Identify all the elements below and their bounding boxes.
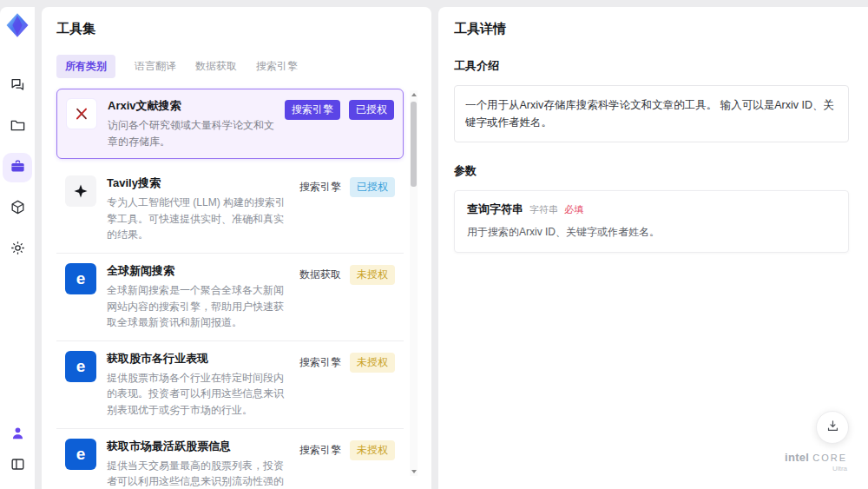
parameter-card: 查询字符串 字符串 必填 用于搜索的Arxiv ID、关键字或作者姓名。 <box>454 190 849 253</box>
param-type: 字符串 <box>529 203 558 216</box>
list-scrollbar <box>410 90 418 476</box>
user-icon <box>10 425 26 445</box>
sidebar-bottom <box>6 423 29 477</box>
tool-description: 全球新闻搜索是一个聚合全球各大新闻网站内容的搜索引擎，帮助用户快速获取全球最新资… <box>107 282 289 331</box>
sidebar-item-chat[interactable] <box>6 75 29 97</box>
tab-search-engine[interactable]: 搜索引擎 <box>256 55 298 78</box>
auth-status-badge: 未授权 <box>350 265 395 285</box>
user-avatar-button[interactable] <box>6 423 29 446</box>
sidebar-item-settings[interactable] <box>6 238 29 261</box>
panel-toggle-icon <box>10 456 26 476</box>
toolbox-icon <box>10 158 26 178</box>
category-badge: 搜索引擎 <box>285 100 340 120</box>
param-description: 用于搜索的Arxiv ID、关键字或作者姓名。 <box>467 225 836 240</box>
category-label: 搜索引擎 <box>299 353 341 370</box>
params-heading: 参数 <box>454 163 849 179</box>
tool-list: Arxiv文献搜索 访问各个研究领域大量科学论文和文章的存储库。 搜索引擎 已授… <box>56 89 418 471</box>
tool-description: 访问各个研究领域大量科学论文和文章的存储库。 <box>108 117 274 149</box>
tool-name: Tavily搜索 <box>107 175 289 191</box>
tool-card-global-news[interactable]: e 全球新闻搜索 全球新闻搜索是一个聚合全球各大新闻网站内容的搜索引擎，帮助用户… <box>56 253 404 340</box>
intro-heading: 工具介绍 <box>454 58 849 74</box>
auth-status-badge: 已授权 <box>349 100 394 120</box>
download-icon <box>825 419 840 437</box>
core-logo-text: CORE <box>812 453 847 463</box>
tool-name: 获取市场最活跃股票信息 <box>107 439 289 454</box>
tool-card-tavily[interactable]: Tavily搜索 专为人工智能代理 (LLM) 构建的搜索引擎工具。可快速提供实… <box>56 166 404 253</box>
auth-status-badge: 未授权 <box>350 440 395 460</box>
tool-card-most-active-stocks[interactable]: e 获取市场最活跃股票信息 提供当天交易量最高的股票列表，投资者可以利用这些信息… <box>56 428 404 489</box>
cube-icon <box>10 199 26 219</box>
tool-name: Arxiv文献搜索 <box>108 98 274 114</box>
star-icon <box>65 175 96 207</box>
app-logo gem-logo-icon <box>4 12 30 38</box>
auth-status-badge: 已授权 <box>350 177 395 197</box>
scroll-down-arrow[interactable] <box>410 467 418 476</box>
tool-description: 提供当天交易量最高的股票列表，投资者可以利用这些信息来识别流动性强的股票和潜在的… <box>107 458 289 489</box>
tab-data-fetch[interactable]: 数据获取 <box>195 55 237 78</box>
auth-status-badge: 未授权 <box>350 353 395 373</box>
tool-intro-text: 一个用于从Arxiv存储库搜索科学论文和文章的工具。 输入可以是Arxiv ID… <box>454 85 849 142</box>
tool-card-arxiv[interactable]: Arxiv文献搜索 访问各个研究领域大量科学论文和文章的存储库。 搜索引擎 已授… <box>56 89 404 159</box>
tools-panel: 工具集 所有类别 语言翻译 数据获取 搜索引擎 Arxiv文献搜 <box>42 7 431 489</box>
tool-list-items: Arxiv文献搜索 访问各个研究领域大量科学论文和文章的存储库。 搜索引擎 已授… <box>56 89 418 489</box>
details-panel-title: 工具详情 <box>454 21 849 37</box>
category-label: 搜索引擎 <box>299 177 341 195</box>
sidebar-item-files[interactable] <box>6 116 29 138</box>
tab-language-translation[interactable]: 语言翻译 <box>135 55 176 78</box>
chat-icon <box>10 76 26 96</box>
category-label: 搜索引擎 <box>299 440 341 458</box>
sidebar-nav <box>6 75 29 261</box>
app-window: 工具集 所有类别 语言翻译 数据获取 搜索引擎 Arxiv文献搜 <box>0 0 868 489</box>
ultra-logo-text: Ultra <box>785 466 847 473</box>
param-required-flag: 必填 <box>564 203 583 216</box>
blue-e-icon: e <box>65 263 96 294</box>
scrollbar-thumb[interactable] <box>411 102 417 187</box>
panel-toggle-button[interactable] <box>6 454 29 477</box>
icon-sidebar <box>0 7 35 489</box>
tool-details-panel: 工具详情 工具介绍 一个用于从Arxiv存储库搜索科学论文和文章的工具。 输入可… <box>438 7 868 489</box>
category-tabs: 所有类别 语言翻译 数据获取 搜索引擎 <box>56 55 418 78</box>
blue-e-icon: e <box>65 351 96 382</box>
blue-e-icon: e <box>65 439 96 470</box>
sidebar-item-packages[interactable] <box>6 197 29 220</box>
tab-all-categories[interactable]: 所有类别 <box>56 55 115 78</box>
scroll-up-arrow[interactable] <box>410 90 418 99</box>
folder-icon <box>10 117 26 137</box>
tools-panel-title: 工具集 <box>56 21 418 37</box>
sidebar-item-toolbox[interactable] <box>6 156 29 179</box>
gear-icon <box>10 240 26 260</box>
download-button[interactable] <box>816 411 849 444</box>
param-name: 查询字符串 <box>467 202 523 217</box>
tool-description: 专为人工智能代理 (LLM) 构建的搜索引擎工具。可快速提供实时、准确和真实的结… <box>107 195 289 243</box>
intel-logo-text: intel <box>785 452 809 464</box>
tool-card-sector-performance[interactable]: e 获取股市各行业表现 提供股票市场各个行业在特定时间段内的表现。投资者可以利用… <box>56 340 404 428</box>
tool-name: 全球新闻搜索 <box>107 263 289 279</box>
tool-name: 获取股市各行业表现 <box>107 351 289 367</box>
intel-core-logo: intel CORE Ultra <box>785 452 847 473</box>
arxiv-icon <box>66 98 97 129</box>
category-label: 数据获取 <box>299 265 341 282</box>
tool-description: 提供股票市场各个行业在特定时间段内的表现。投资者可以利用这些信息来识别表现优于或… <box>107 370 289 419</box>
